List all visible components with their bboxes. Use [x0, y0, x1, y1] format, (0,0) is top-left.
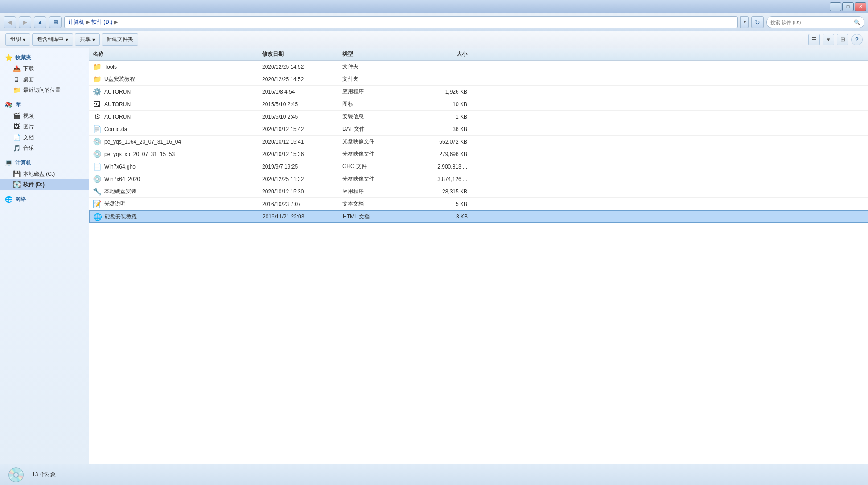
breadcrumb-dropdown[interactable]: ▾ [740, 16, 749, 28]
file-date-cell: 2016/11/21 22:03 [263, 214, 343, 220]
table-row[interactable]: 🔧 本地硬盘安装 2020/10/12 15:30 应用程序 28,315 KB [89, 185, 868, 198]
file-date-cell: 2020/10/12 15:41 [262, 139, 342, 145]
file-date-cell: 2020/10/12 15:30 [262, 189, 342, 195]
sidebar-item-music[interactable]: 🎵 音乐 [0, 143, 89, 153]
library-label: 库 [15, 101, 21, 109]
local-d-icon: 💽 [12, 181, 21, 189]
grid-icon: ⊞ [840, 36, 845, 43]
sidebar-section-computer: 💻 计算机 💾 本地磁盘 (C:) 💽 软件 (D:) [0, 157, 89, 190]
sidebar-header-library[interactable]: 📚 库 [0, 99, 89, 111]
file-type-cell: HTML 文档 [343, 213, 410, 221]
share-button[interactable]: 共享 ▾ [75, 33, 100, 46]
file-name-cell: 🖼 AUTORUN [93, 100, 262, 109]
file-icon-6: 📄 [93, 125, 102, 134]
view-toggle-button[interactable]: ☰ [808, 34, 820, 45]
table-row[interactable]: 📁 U盘安装教程 2020/12/25 14:52 文件夹 [89, 73, 868, 86]
search-input[interactable] [770, 20, 852, 25]
videos-label: 视频 [23, 112, 34, 120]
sidebar-item-downloads[interactable]: 📥 下载 [0, 63, 89, 74]
breadcrumb-drive[interactable]: 软件 (D:) [91, 18, 112, 26]
table-row[interactable]: 🌐 硬盘安装教程 2016/11/21 22:03 HTML 文档 3 KB [89, 210, 868, 223]
file-date-cell: 2016/10/23 7:07 [262, 201, 342, 207]
table-row[interactable]: 💿 pe_yqs_xp_20_07_31_15_53 2020/10/12 15… [89, 148, 868, 160]
minimize-button[interactable]: ─ [830, 2, 841, 11]
sidebar-header-favorites[interactable]: ⭐ 收藏夹 [0, 52, 89, 63]
file-icon-1: 📁 [93, 62, 102, 71]
sidebar-item-local-c[interactable]: 💾 本地磁盘 (C:) [0, 169, 89, 179]
file-size-cell: 3,874,126 ... [409, 176, 467, 182]
file-size-cell: 5 KB [409, 201, 467, 207]
column-size[interactable]: 大小 [409, 50, 467, 58]
documents-label: 文档 [23, 134, 34, 141]
organize-button[interactable]: 组织 ▾ [5, 33, 30, 46]
search-icon[interactable]: 🔍 [854, 19, 860, 25]
refresh-button[interactable]: ↻ [751, 16, 764, 28]
table-row[interactable]: ⚙ AUTORUN 2015/5/10 2:45 安装信息 1 KB [89, 111, 868, 123]
breadcrumb-computer[interactable]: 计算机 [68, 18, 84, 26]
table-row[interactable]: 💿 pe_yqs_1064_20_07_31_16_04 2020/10/12 … [89, 136, 868, 148]
maximize-button[interactable]: □ [842, 2, 854, 11]
file-type-cell: 图标 [342, 100, 409, 108]
up-button[interactable]: ▲ [34, 16, 46, 28]
file-name-cell: 📁 Tools [93, 62, 262, 71]
sidebar-header-network[interactable]: 🌐 网络 [0, 193, 89, 205]
column-date[interactable]: 修改日期 [262, 50, 342, 58]
breadcrumb: 计算机 ▶ 软件 (D:) ▶ [64, 16, 738, 28]
sidebar-item-recent[interactable]: 📁 最近访问的位置 [0, 85, 89, 95]
view-grid-button[interactable]: ⊞ [837, 34, 848, 45]
sidebar-item-desktop[interactable]: 🖥 桌面 [0, 74, 89, 85]
address-bar: ◀ ▶ ▲ 🖥 计算机 ▶ 软件 (D:) ▶ ▾ ↻ 🔍 [0, 13, 868, 31]
file-name-cell: 📝 光盘说明 [93, 200, 262, 209]
table-row[interactable]: 📝 光盘说明 2016/10/23 7:07 文本文档 5 KB [89, 198, 868, 210]
sidebar-item-documents[interactable]: 📄 文档 [0, 132, 89, 143]
breadcrumb-sep-1: ▶ [86, 19, 90, 25]
table-row[interactable]: 📁 Tools 2020/12/25 14:52 文件夹 [89, 61, 868, 73]
help-button[interactable]: ? [851, 34, 863, 45]
file-date-cell: 2016/1/8 4:54 [262, 89, 342, 95]
sidebar-item-videos[interactable]: 🎬 视频 [0, 111, 89, 121]
organize-dropdown-icon: ▾ [23, 37, 25, 43]
file-icon-2: 📁 [93, 75, 102, 84]
table-row[interactable]: 💿 Win7x64_2020 2020/12/25 11:32 光盘映像文件 3… [89, 173, 868, 185]
column-type[interactable]: 类型 [342, 50, 409, 58]
table-row[interactable]: 📄 Config.dat 2020/10/12 15:42 DAT 文件 36 … [89, 123, 868, 136]
table-row[interactable]: 🖼 AUTORUN 2015/5/10 2:45 图标 10 KB [89, 98, 868, 111]
file-name-cell: 💿 pe_yqs_1064_20_07_31_16_04 [93, 137, 262, 146]
file-size-cell: 28,315 KB [409, 189, 467, 195]
include-library-button[interactable]: 包含到库中 ▾ [32, 33, 73, 46]
file-type-cell: GHO 文件 [342, 163, 409, 170]
file-name: AUTORUN [104, 114, 131, 120]
file-name: U盘安装教程 [104, 75, 135, 83]
file-date-cell: 2015/5/10 2:45 [262, 114, 342, 120]
toolbar-right: ☰ ▾ ⊞ ? [808, 34, 863, 45]
file-name: pe_yqs_1064_20_07_31_16_04 [104, 139, 181, 145]
desktop-label: 桌面 [23, 76, 34, 83]
back-button[interactable]: ◀ [4, 16, 16, 28]
column-name[interactable]: 名称 [93, 50, 262, 58]
close-button[interactable]: ✕ [855, 2, 866, 11]
file-name-cell: 📄 Win7x64.gho [93, 162, 262, 171]
file-date-cell: 2020/12/25 14:52 [262, 64, 342, 70]
file-date-cell: 2020/10/12 15:36 [262, 151, 342, 157]
forward-button[interactable]: ▶ [19, 16, 31, 28]
file-name-cell: ⚙️ AUTORUN [93, 87, 262, 96]
sidebar-item-local-d[interactable]: 💽 软件 (D:) [0, 179, 89, 190]
breadcrumb-sep-2: ▶ [114, 19, 118, 25]
include-library-label: 包含到库中 [37, 36, 64, 43]
file-name-cell: ⚙ AUTORUN [93, 112, 262, 121]
sidebar-header-computer[interactable]: 💻 计算机 [0, 157, 89, 169]
file-area: 名称 修改日期 类型 大小 📁 Tools 2020/12/25 14:52 文… [89, 48, 868, 464]
status-text: 13 个对象 [32, 471, 56, 478]
table-row[interactable]: 📄 Win7x64.gho 2019/9/7 19:25 GHO 文件 2,90… [89, 160, 868, 173]
table-row[interactable]: ⚙️ AUTORUN 2016/1/8 4:54 应用程序 1,926 KB [89, 86, 868, 98]
file-type-cell: DAT 文件 [342, 125, 409, 133]
network-label: 网络 [15, 196, 26, 203]
new-folder-button[interactable]: 新建文件夹 [102, 33, 138, 46]
view-toggle-button-2[interactable]: ▾ [823, 34, 834, 45]
file-name-cell: 📄 Config.dat [93, 125, 262, 134]
main-layout: ⭐ 收藏夹 📥 下载 🖥 桌面 📁 最近访问的位置 📚 库 [0, 48, 868, 464]
local-c-icon: 💾 [12, 170, 21, 178]
file-size-cell: 10 KB [409, 101, 467, 107]
sidebar-item-pictures[interactable]: 🖼 图片 [0, 121, 89, 132]
file-size-cell: 652,072 KB [409, 139, 467, 145]
